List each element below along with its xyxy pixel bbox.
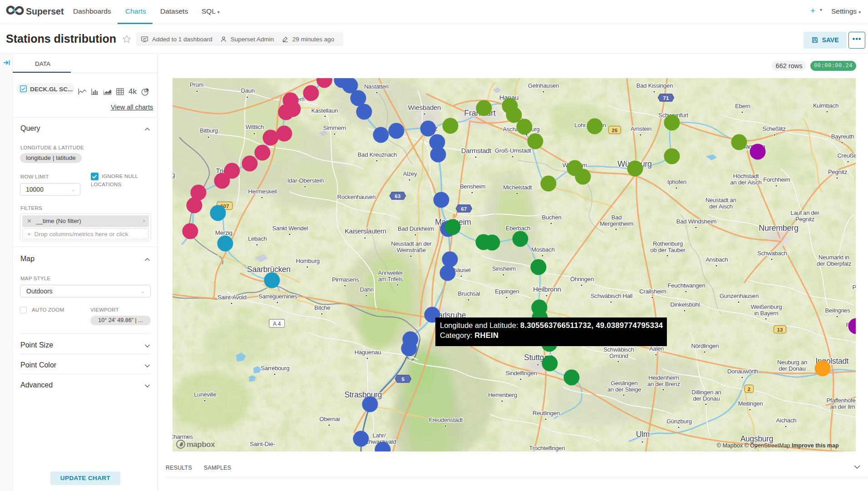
svg-text:Idar-Oberstein: Idar-Oberstein xyxy=(287,177,324,184)
svg-text:Rothenburg: Rothenburg xyxy=(653,240,683,247)
svg-text:Lahr/: Lahr/ xyxy=(373,432,386,439)
svg-text:Alzey: Alzey xyxy=(403,170,417,177)
svg-text:an der Aisch: an der Aisch xyxy=(730,179,762,186)
svg-text:Schwäbisch: Schwäbisch xyxy=(603,346,634,353)
svg-text:Lebach: Lebach xyxy=(248,235,266,242)
svg-text:Groß-Umstadt: Groß-Umstadt xyxy=(495,147,532,154)
svg-text:Bensheim: Bensheim xyxy=(460,183,486,190)
svg-text:Kastellaun: Kastellaun xyxy=(311,107,338,114)
svg-text:Hermeskeil: Hermeskeil xyxy=(248,188,277,195)
svg-text:Buchen: Buchen xyxy=(542,214,562,221)
svg-text:Schwabach: Schwabach xyxy=(757,250,787,257)
svg-text:Bruchsal: Bruchsal xyxy=(458,290,480,297)
svg-text:Gelnhausen: Gelnhausen xyxy=(528,82,559,89)
svg-text:Feuchtwangen: Feuchtwangen xyxy=(668,282,705,289)
svg-text:5: 5 xyxy=(402,377,405,382)
svg-text:Saarbrücken: Saarbrücken xyxy=(247,265,291,274)
svg-text:Haguenau: Haguenau xyxy=(355,349,381,356)
svg-text:Eberbach: Eberbach xyxy=(506,225,530,232)
svg-text:Bad: Bad xyxy=(612,214,622,221)
svg-text:Trochtelfingen: Trochtelfingen xyxy=(529,445,565,451)
svg-text:am Trifels: am Trifels xyxy=(378,276,403,283)
svg-text:Creußen: Creußen xyxy=(837,152,856,159)
svg-text:2: 2 xyxy=(748,387,750,392)
svg-text:Sarrebourg: Sarrebourg xyxy=(261,365,290,372)
svg-text:Ebern: Ebern xyxy=(735,103,750,109)
svg-text:in Bayern: in Bayern xyxy=(754,310,778,317)
svg-text:Merzig: Merzig xyxy=(215,229,232,236)
svg-text:26: 26 xyxy=(612,128,618,133)
svg-text:Öhringen: Öhringen xyxy=(570,276,594,283)
svg-text:Pegnitz: Pegnitz xyxy=(828,169,847,175)
svg-text:Dillingen an: Dillingen an xyxy=(691,389,721,396)
svg-text:63: 63 xyxy=(395,193,401,199)
svg-text:der Aisch: der Aisch xyxy=(709,203,733,210)
svg-text:Saint-Avold: Saint-Avold xyxy=(217,294,247,301)
svg-text:Lunéville: Lunéville xyxy=(194,391,216,398)
svg-text:Pegnitz: Pegnitz xyxy=(795,216,814,223)
svg-text:der Donau: der Donau xyxy=(779,365,806,372)
svg-text:Neumarkt in: Neumarkt in xyxy=(819,254,849,261)
svg-text:Weinstraße: Weinstraße xyxy=(397,247,426,253)
svg-text:Nördlingen: Nördlingen xyxy=(691,342,719,349)
svg-text:67: 67 xyxy=(461,206,467,212)
svg-text:Obernai: Obernai xyxy=(320,416,340,422)
svg-text:Gunzenhausen: Gunzenhausen xyxy=(720,293,759,299)
svg-text:Schwäbisch Hall: Schwäbisch Hall xyxy=(591,293,633,299)
svg-text:Rockenhausen: Rockenhausen xyxy=(337,193,375,200)
svg-text:Saint-Dié-: Saint-Dié- xyxy=(250,441,275,447)
svg-text:Wiesbaden: Wiesbaden xyxy=(408,104,441,111)
svg-text:Eppingen: Eppingen xyxy=(495,288,519,295)
svg-text:Parsberg: Parsberg xyxy=(852,284,856,291)
svg-text:Mosbach: Mosbach xyxy=(531,246,554,253)
svg-text:Höchstadt: Höchstadt xyxy=(733,173,759,179)
svg-text:Arnstein: Arnstein xyxy=(631,125,651,132)
svg-text:Bad Kreuznach: Bad Kreuznach xyxy=(358,151,397,158)
svg-text:Aichach: Aichach xyxy=(776,417,797,424)
svg-text:Sindelfingen: Sindelfingen xyxy=(506,370,537,377)
svg-text:Scheßlitz: Scheßlitz xyxy=(762,125,786,132)
svg-text:Strasbourg: Strasbourg xyxy=(345,390,382,399)
svg-text:Nastätten: Nastätten xyxy=(364,83,389,90)
svg-text:Günzburg: Günzburg xyxy=(666,418,692,425)
svg-text:Gmünd: Gmünd xyxy=(609,352,628,359)
svg-text:Pirmasens: Pirmasens xyxy=(332,276,359,283)
svg-text:ob der Tauber: ob der Tauber xyxy=(650,247,686,253)
svg-text:Wittlich: Wittlich xyxy=(246,124,264,130)
svg-text:Kaiserslautern: Kaiserslautern xyxy=(345,227,386,235)
svg-text:an der Ilm: an der Ilm xyxy=(830,403,855,410)
svg-text:Sankt Wendel: Sankt Wendel xyxy=(272,225,308,232)
svg-text:Freudenstadt: Freudenstadt xyxy=(429,417,463,423)
svg-text:Bitburg: Bitburg xyxy=(200,127,218,134)
svg-text:Darmstadt: Darmstadt xyxy=(461,147,492,154)
svg-text:Meitingen: Meitingen xyxy=(738,400,763,407)
svg-text:der Donau: der Donau xyxy=(693,395,720,402)
svg-text:Neustadt an der: Neustadt an der xyxy=(391,240,432,247)
svg-text:Sarreguemines: Sarreguemines xyxy=(258,293,297,300)
svg-text:der Oberpfalz: der Oberpfalz xyxy=(817,260,851,267)
svg-text:Ansbach: Ansbach xyxy=(705,256,728,263)
svg-text:Beilngries: Beilngries xyxy=(825,307,851,314)
svg-text:Sinsheim: Sinsheim xyxy=(492,265,516,272)
svg-text:Charmes: Charmes xyxy=(173,433,193,440)
svg-text:Bad Windsheim: Bad Windsheim xyxy=(676,218,717,225)
svg-text:Nuremberg: Nuremberg xyxy=(759,223,798,233)
svg-text:mapbox: mapbox xyxy=(187,440,215,449)
svg-text:Pfaffenhofen: Pfaffenhofen xyxy=(827,397,856,404)
svg-text:Crailsheim: Crailsheim xyxy=(639,288,666,295)
svg-text:71: 71 xyxy=(663,95,669,101)
svg-text:Bad Dürkheim: Bad Dürkheim xyxy=(398,225,434,232)
svg-text:Forchheim: Forchheim xyxy=(763,176,790,183)
svg-text:Lauf an der: Lauf an der xyxy=(790,209,819,216)
svg-text:Neustadt an: Neustadt an xyxy=(705,197,736,203)
svg-text:Mergentheim: Mergentheim xyxy=(600,220,633,227)
svg-text:Dinkelsbühl: Dinkelsbühl xyxy=(671,301,700,308)
svg-text:Reutlingen: Reutlingen xyxy=(533,410,560,417)
svg-text:© Mapbox © OpenStreetMap Impro: © Mapbox © OpenStreetMap Improve this ma… xyxy=(717,442,839,449)
svg-text:Simmern: Simmern xyxy=(323,124,346,131)
svg-text:Annweiler: Annweiler xyxy=(378,269,403,276)
svg-text:Ulm: Ulm xyxy=(636,430,650,439)
svg-text:Dahn: Dahn xyxy=(360,286,374,293)
svg-text:Heidenheim: Heidenheim xyxy=(648,374,679,381)
svg-text:Iphofen: Iphofen xyxy=(667,179,686,185)
